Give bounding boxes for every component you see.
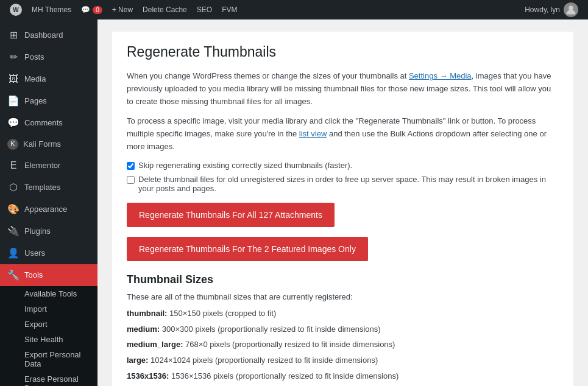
skip-existing-label: Skip regenerating existing correctly siz…	[138, 161, 352, 170]
regenerate-featured-button[interactable]: Regenerate Thumbnails For The 2 Featured…	[127, 237, 368, 261]
sidebar-item-posts[interactable]: ✏ Posts	[0, 46, 97, 68]
size-item-large: large: 1024×1024 pixels (proportionally …	[127, 354, 559, 367]
fvm-label: FVM	[222, 5, 237, 14]
wp-logo-button[interactable]: W	[5, 0, 27, 19]
checkbox-row-1: Skip regenerating existing correctly siz…	[127, 161, 559, 170]
submenu-available-tools[interactable]: Available Tools	[0, 286, 97, 301]
elementor-icon: E	[7, 160, 19, 172]
size-desc-1536: 1536×1536 pixels (proportionally resized…	[171, 371, 398, 381]
size-list: thumbnail: 150×150 pixels (cropped to fi…	[127, 307, 559, 386]
comments-button[interactable]: 💬 0	[76, 0, 107, 19]
wp-wrap: ⊞ Dashboard ✏ Posts 🖼 Media 📄 Pages 💬 Co…	[0, 19, 588, 386]
posts-icon: ✏	[7, 51, 19, 63]
sidebar-item-kali-forms[interactable]: K Kali Forms	[0, 134, 97, 155]
user-menu[interactable]: Howdy, lyn	[520, 2, 583, 17]
sidebar-label-posts: Posts	[24, 52, 44, 63]
size-item-thumbnail: thumbnail: 150×150 pixels (cropped to fi…	[127, 307, 559, 320]
delete-old-checkbox[interactable]	[127, 176, 135, 184]
comment-count: 0	[93, 6, 102, 14]
sidebar-label-elementor: Elementor	[24, 160, 60, 171]
sidebar-item-dashboard[interactable]: ⊞ Dashboard	[0, 24, 97, 46]
size-item-medium-large: medium_large: 768×0 pixels (proportional…	[127, 339, 559, 351]
sidebar-label-tools: Tools	[24, 270, 43, 281]
kali-forms-icon: K	[7, 139, 18, 150]
wp-logo-icon: W	[10, 4, 22, 16]
seo-label: SEO	[197, 5, 212, 14]
users-icon: 👤	[7, 247, 19, 259]
new-button[interactable]: + New	[107, 0, 138, 19]
sidebar-item-media[interactable]: 🖼 Media	[0, 68, 97, 90]
sidebar-label-users: Users	[24, 248, 45, 259]
settings-media-link[interactable]: Settings → Media	[409, 71, 472, 80]
skip-existing-checkbox[interactable]	[127, 162, 135, 170]
size-name-medium: medium:	[127, 325, 160, 334]
site-name-button[interactable]: MH Themes	[27, 0, 76, 19]
sidebar-label-comments: Comments	[24, 118, 63, 128]
main-content: Regenerate Thumbnails When you change Wo…	[97, 19, 588, 386]
sidebar-item-templates[interactable]: ⬡ Templates	[0, 177, 97, 198]
sidebar-item-tools[interactable]: 🔧 Tools	[0, 264, 97, 286]
size-desc-thumbnail: 150×150 pixels (cropped to fit)	[169, 309, 276, 318]
sidebar-label-kali-forms: Kali Forms	[23, 139, 61, 150]
sidebar-item-pages[interactable]: 📄 Pages	[0, 90, 97, 112]
delete-cache-button[interactable]: Delete Cache	[138, 0, 192, 19]
templates-icon: ⬡	[7, 181, 19, 194]
sidebar-label-plugins: Plugins	[24, 226, 51, 237]
size-desc-medium-large: 768×0 pixels (proportionally resized to …	[185, 340, 395, 349]
sidebar-item-users[interactable]: 👤 Users	[0, 242, 97, 264]
size-desc-large: 1024×1024 pixels (proportionally resized…	[151, 356, 378, 365]
submenu-erase-personal-data[interactable]: Erase Personal Data	[0, 371, 97, 386]
dashboard-icon: ⊞	[7, 29, 19, 41]
submenu-site-health[interactable]: Site Health	[0, 332, 97, 347]
size-name-1536: 1536x1536:	[127, 371, 169, 381]
size-name-medium-large: medium_large:	[127, 340, 183, 349]
sidebar-label-dashboard: Dashboard	[24, 30, 63, 41]
plugins-icon: 🔌	[7, 225, 19, 237]
delete-old-label: Delete thumbnail files for old unregiste…	[138, 175, 559, 193]
site-name-label: MH Themes	[32, 5, 71, 14]
size-name-thumbnail: thumbnail:	[127, 309, 167, 318]
sidebar-label-pages: Pages	[24, 96, 47, 107]
comment-icon: 💬	[81, 5, 90, 14]
list-view-link[interactable]: list view	[299, 129, 327, 138]
comments-menu-icon: 💬	[7, 117, 19, 129]
howdy-label: Howdy, lyn	[525, 5, 560, 14]
description-1: When you change WordPress themes or chan…	[127, 70, 559, 108]
admin-bar: W MH Themes 💬 0 + New Delete Cache SEO F…	[0, 0, 588, 19]
size-name-large: large:	[127, 356, 148, 365]
checkbox-row-2: Delete thumbnail files for old unregiste…	[127, 175, 559, 193]
submenu-export-personal-data[interactable]: Export Personal Data	[0, 347, 97, 371]
size-item-1536: 1536x1536: 1536×1536 pixels (proportiona…	[127, 370, 559, 383]
page-title: Regenerate Thumbnails	[127, 44, 559, 60]
sidebar-item-elementor[interactable]: E Elementor	[0, 155, 97, 177]
fvm-button[interactable]: FVM	[217, 0, 242, 19]
sidebar-item-plugins[interactable]: 🔌 Plugins	[0, 220, 97, 242]
seo-button[interactable]: SEO	[192, 0, 217, 19]
thumbnail-sizes-intro: These are all of the thumbnail sizes tha…	[127, 292, 559, 301]
thumbnail-sizes-title: Thumbnail Sizes	[127, 273, 559, 286]
submenu-export[interactable]: Export	[0, 317, 97, 332]
sidebar-label-templates: Templates	[24, 182, 60, 193]
size-desc-medium: 300×300 pixels (proportionally resized t…	[162, 325, 381, 334]
regenerate-all-button[interactable]: Regenerate Thumbnails For All 127 Attach…	[127, 203, 335, 227]
submenu-import[interactable]: Import	[0, 301, 97, 317]
tools-icon: 🔧	[7, 269, 19, 281]
appearance-icon: 🎨	[7, 203, 19, 216]
new-label: + New	[112, 5, 133, 14]
delete-cache-label: Delete Cache	[143, 5, 187, 14]
media-icon: 🖼	[7, 73, 19, 85]
tools-submenu: Available Tools Import Export Site Healt…	[0, 286, 97, 386]
pages-icon: 📄	[7, 95, 19, 107]
sidebar-item-comments[interactable]: 💬 Comments	[0, 112, 97, 134]
size-item-medium: medium: 300×300 pixels (proportionally r…	[127, 323, 559, 336]
sidebar-label-media: Media	[24, 74, 46, 85]
admin-menu: ⊞ Dashboard ✏ Posts 🖼 Media 📄 Pages 💬 Co…	[0, 19, 97, 386]
svg-point-0	[569, 5, 573, 10]
content-wrap: Regenerate Thumbnails When you change Wo…	[112, 32, 573, 386]
sidebar-item-appearance[interactable]: 🎨 Appearance	[0, 198, 97, 220]
user-avatar	[564, 2, 578, 17]
sidebar-label-appearance: Appearance	[24, 204, 67, 215]
description-2: To process a specific image, visit your …	[127, 115, 559, 153]
